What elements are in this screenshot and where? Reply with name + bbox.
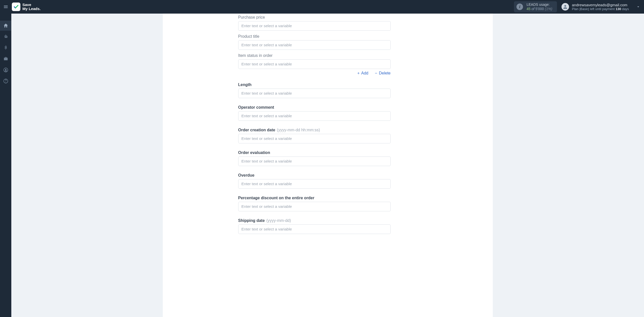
usage-total: 5'000 — [535, 7, 544, 11]
chevron-down-icon — [636, 5, 640, 9]
input-order-evaluation[interactable] — [238, 156, 391, 166]
svg-point-2 — [5, 69, 7, 70]
menu-toggle[interactable] — [0, 0, 11, 14]
minus-icon — [374, 71, 378, 75]
input-overdue[interactable] — [238, 179, 391, 189]
account-plan-line: Plan |Basic| left until payment 130 days — [572, 7, 629, 11]
nav-billing[interactable] — [0, 43, 11, 53]
user-icon — [562, 4, 568, 10]
hint-shipping-date: (yyyy-mm-dd) — [266, 218, 291, 223]
nav-help[interactable] — [0, 76, 11, 86]
usage-widget[interactable]: i LEADS usage: 45 of 5'000 (1%) — [514, 1, 557, 12]
page: Purchase price Product title Item status… — [11, 0, 644, 317]
top-bar: Save My Leads. i LEADS usage: 45 of 5'00… — [0, 0, 644, 14]
delete-label: Delete — [379, 71, 390, 75]
plan-name: Basic — [580, 7, 588, 11]
hint-order-created: (yyyy-mm-dd hh:mm:ss) — [277, 128, 320, 132]
field-order-evaluation: Order evaluation — [238, 150, 391, 166]
help-icon — [3, 78, 9, 84]
label-pct-discount: Percentage discount on the entire order — [238, 196, 391, 200]
checkmark-icon — [13, 4, 19, 10]
usage-label: LEADS usage: — [527, 3, 552, 7]
input-item-status[interactable] — [238, 59, 391, 69]
brand-line1: Save — [22, 3, 41, 7]
label-operator-comment: Operator comment — [238, 105, 391, 110]
dollar-icon — [3, 45, 9, 51]
add-label: Add — [361, 71, 368, 75]
input-operator-comment[interactable] — [238, 111, 391, 121]
svg-point-0 — [564, 5, 566, 7]
nav-profile[interactable] — [0, 65, 11, 75]
brand-text: Save My Leads. — [22, 3, 41, 11]
label-order-created: Order creation date — [238, 128, 275, 132]
input-order-created[interactable] — [238, 134, 391, 143]
field-overdue: Overdue — [238, 173, 391, 189]
avatar — [561, 3, 569, 11]
usage-of: of — [532, 7, 535, 11]
nav-connections[interactable] — [0, 32, 11, 42]
info-icon: i — [516, 4, 523, 10]
plan-prefix: Plan | — [572, 7, 580, 11]
input-pct-discount[interactable] — [238, 202, 391, 211]
user-circle-icon — [3, 67, 9, 73]
account-email: andrewsavemyleads@gmail.com — [572, 3, 629, 7]
input-shipping-date[interactable] — [238, 224, 391, 234]
field-purchase-price: Purchase price — [238, 15, 391, 31]
account-chevron[interactable] — [636, 5, 640, 10]
usage-text: LEADS usage: 45 of 5'000 (1%) — [527, 3, 552, 11]
nav-home[interactable] — [0, 21, 11, 31]
label-product-title: Product title — [238, 34, 391, 39]
home-icon — [3, 23, 9, 28]
field-operator-comment: Operator comment — [238, 105, 391, 121]
form-column: Purchase price Product title Item status… — [238, 14, 391, 234]
input-purchase-price[interactable] — [238, 21, 391, 31]
label-shipping-date: Shipping date — [238, 218, 265, 223]
plan-mid: | left until payment — [588, 7, 616, 11]
account-text: andrewsavemyleads@gmail.com Plan |Basic|… — [572, 3, 629, 11]
hamburger-icon — [3, 4, 8, 9]
plan-days-word: days — [621, 7, 629, 11]
field-item-status: Item status in order — [238, 53, 391, 69]
nav-briefcase[interactable] — [0, 54, 11, 64]
plus-icon — [357, 71, 360, 75]
sitemap-icon — [3, 34, 9, 39]
brand-logo — [12, 3, 20, 11]
form-card: Purchase price Product title Item status… — [163, 14, 493, 317]
label-item-status: Item status in order — [238, 53, 391, 58]
field-product-title: Product title — [238, 34, 391, 50]
usage-pct: (1%) — [545, 7, 552, 11]
add-button[interactable]: Add — [357, 71, 368, 75]
briefcase-icon — [3, 56, 9, 62]
label-order-evaluation: Order evaluation — [238, 150, 391, 155]
label-length: Length — [238, 83, 391, 87]
label-overdue: Overdue — [238, 173, 391, 178]
brand-line2: My Leads. — [22, 7, 41, 11]
field-shipping-date: Shipping date (yyyy-mm-dd) — [238, 218, 391, 234]
field-order-created: Order creation date (yyyy-mm-dd hh:mm:ss… — [238, 128, 391, 143]
delete-button[interactable]: Delete — [374, 71, 390, 75]
field-pct-discount: Percentage discount on the entire order — [238, 196, 391, 211]
plan-days: 130 — [616, 7, 621, 11]
label-purchase-price: Purchase price — [238, 15, 391, 20]
field-length: Length — [238, 83, 391, 98]
input-length[interactable] — [238, 89, 391, 98]
account-menu[interactable]: andrewsavemyleads@gmail.com Plan |Basic|… — [561, 3, 644, 11]
brand[interactable]: Save My Leads. — [12, 3, 41, 11]
repeat-actions: Add Delete — [238, 71, 391, 75]
input-product-title[interactable] — [238, 40, 391, 50]
sidebar — [0, 14, 11, 317]
usage-used: 45 — [527, 7, 531, 11]
